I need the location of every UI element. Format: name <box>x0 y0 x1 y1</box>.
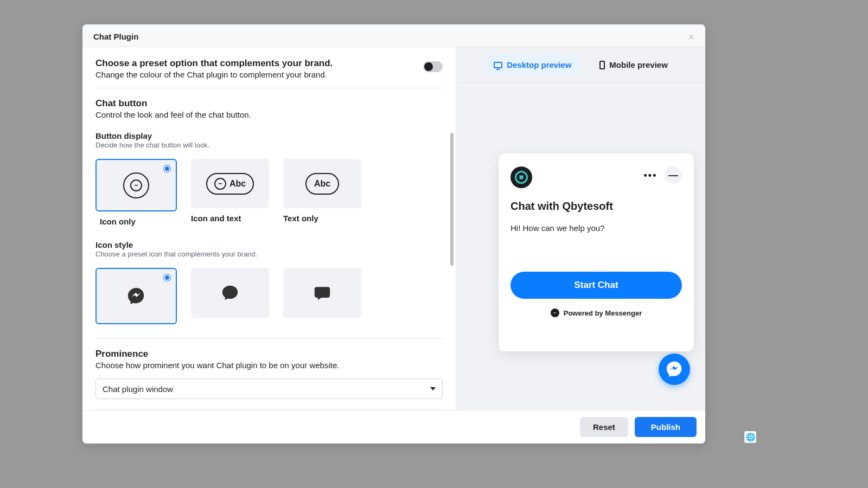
powered-by-row: ~ Powered by Messenger <box>510 309 682 317</box>
messenger-small-icon: ~ <box>551 309 559 317</box>
option-label: Icon only <box>100 217 177 226</box>
option-label: Text only <box>283 214 361 223</box>
icon-style-speech-square[interactable] <box>283 268 361 318</box>
messenger-filled-icon <box>127 287 145 305</box>
chat-plugin-modal: Chat Plugin × Choose a preset option tha… <box>82 24 705 444</box>
prominence-subtitle: Choose how prominent you want Chat plugi… <box>95 361 443 370</box>
preset-subtitle: Change the colour of the Chat plugin to … <box>95 70 333 79</box>
prominence-dropdown[interactable]: Chat plugin window <box>95 378 443 399</box>
minimize-icon[interactable]: — <box>665 166 682 184</box>
preview-panel: Desktop preview Mobile preview ••• — <box>456 47 705 410</box>
chat-button-subtitle: Control the look and feel of the chat bu… <box>95 110 443 119</box>
messenger-icon <box>123 172 149 198</box>
icon-style-options <box>95 268 443 324</box>
radio-selected-icon <box>164 165 170 172</box>
powered-by-label: Powered by Messenger <box>564 309 642 317</box>
close-icon[interactable]: × <box>688 31 694 42</box>
mobile-icon <box>599 61 605 69</box>
icon-text-pill: Abc <box>206 173 254 195</box>
chat-button-title: Chat button <box>95 98 443 109</box>
more-options-icon[interactable]: ••• <box>642 166 659 184</box>
tab-label: Mobile preview <box>609 60 668 69</box>
abc-label: Abc <box>229 179 246 189</box>
option-icon-and-text[interactable]: Abc Icon and text <box>191 159 269 226</box>
speech-bubble-round-icon <box>221 284 239 301</box>
preset-toggle[interactable] <box>423 61 443 72</box>
modal-body: Choose a preset option that complements … <box>82 47 705 410</box>
button-display-heading: Button display <box>95 131 443 140</box>
radio-selected-icon <box>164 274 170 281</box>
toggle-knob <box>424 62 433 71</box>
brand-logo <box>506 162 537 193</box>
tab-mobile-preview[interactable]: Mobile preview <box>592 55 675 75</box>
prominence-title: Prominence <box>95 349 443 359</box>
desktop-icon <box>494 62 502 68</box>
chat-title: Chat with Qbytesoft <box>510 200 682 213</box>
messenger-icon <box>666 361 682 377</box>
icon-style-desc: Choose a preset icon that complements yo… <box>95 250 443 258</box>
preset-title: Choose a preset option that complements … <box>95 58 333 69</box>
chat-preview-card: ••• — Chat with Qbytesoft Hi! How can we… <box>499 153 694 351</box>
icon-style-messenger[interactable] <box>95 268 177 324</box>
preview-area: ••• — Chat with Qbytesoft Hi! How can we… <box>456 83 705 410</box>
text-only-pill: Abc <box>305 173 339 195</box>
globe-icon[interactable]: 🌐 <box>744 431 757 444</box>
button-display-options: Icon only Abc Icon and text <box>95 159 443 226</box>
icon-style-heading: Icon style <box>95 240 443 249</box>
publish-button[interactable]: Publish <box>635 417 697 437</box>
dropdown-value: Chat plugin window <box>103 384 173 394</box>
modal-header: Chat Plugin × <box>82 24 705 47</box>
settings-panel[interactable]: Choose a preset option that complements … <box>82 47 456 410</box>
button-display-desc: Decide how the chat button will look. <box>95 141 443 149</box>
start-chat-button[interactable]: Start Chat <box>510 272 682 299</box>
option-label: Icon and text <box>191 214 269 223</box>
chevron-down-icon <box>430 387 436 390</box>
option-text-only[interactable]: Abc Text only <box>283 159 361 226</box>
reset-button[interactable]: Reset <box>580 417 628 437</box>
speech-bubble-square-icon <box>314 284 331 301</box>
modal-title: Chat Plugin <box>93 32 138 41</box>
tab-desktop-preview[interactable]: Desktop preview <box>486 55 579 75</box>
preset-section: Choose a preset option that complements … <box>95 58 443 88</box>
modal-footer: Reset Publish <box>82 410 705 444</box>
chat-fab-button[interactable] <box>659 354 690 385</box>
preview-tabs: Desktop preview Mobile preview <box>456 47 705 83</box>
divider <box>95 338 443 339</box>
abc-label: Abc <box>314 179 330 189</box>
option-icon-only[interactable]: Icon only <box>95 159 177 226</box>
scrollbar[interactable] <box>450 133 454 266</box>
tab-label: Desktop preview <box>507 60 571 69</box>
chat-greeting: Hi! How can we help you? <box>510 223 682 233</box>
icon-style-speech-round[interactable] <box>191 268 269 318</box>
